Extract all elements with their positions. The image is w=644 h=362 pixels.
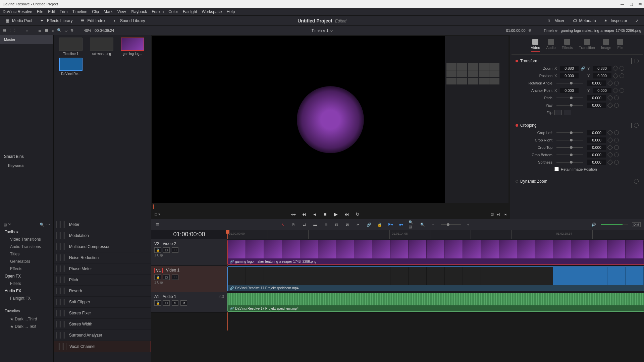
- viewer-canvas[interactable]: [152, 36, 508, 203]
- reset-icon[interactable]: [614, 160, 619, 165]
- crop-right-input[interactable]: [587, 137, 606, 143]
- crop-bottom-slider[interactable]: [556, 155, 583, 155]
- tab-file[interactable]: File: [617, 39, 623, 52]
- search-icon[interactable]: 🔍: [57, 28, 62, 33]
- keyframe-icon[interactable]: [631, 123, 632, 128]
- flag-icon[interactable]: ⚑▾: [387, 221, 394, 228]
- fx-fav-item[interactable]: ★ Dark ... Text: [2, 323, 51, 330]
- inspector-button[interactable]: ✶Inspector: [601, 17, 630, 24]
- stop-button[interactable]: ■: [322, 211, 328, 217]
- mute-button[interactable]: M: [180, 300, 187, 306]
- menu-file[interactable]: File: [37, 9, 43, 14]
- keyframe-icon[interactable]: [607, 103, 613, 108]
- minimize-icon[interactable]: —: [621, 2, 624, 6]
- clip-thumb[interactable]: DaVinci Re...: [56, 58, 85, 76]
- fx-view-icon[interactable]: ▤: [3, 223, 7, 227]
- track-lane-v1[interactable]: 🔗DaVinci Resolve 17 Projekt speichern.mp…: [227, 266, 644, 292]
- lock-icon[interactable]: 🔒: [376, 221, 383, 228]
- reset-icon[interactable]: [614, 81, 619, 85]
- keyframe-icon[interactable]: [613, 66, 619, 71]
- viewer-scrubber[interactable]: [152, 204, 508, 209]
- menu-timeline[interactable]: Timeline: [72, 9, 87, 14]
- trim-tool-icon[interactable]: ⎘: [290, 221, 297, 228]
- fx-fav-item[interactable]: ★ Dark ...Third: [2, 315, 51, 323]
- tab-audio[interactable]: Audio: [546, 39, 555, 52]
- reset-icon[interactable]: [634, 179, 639, 184]
- volume-slider[interactable]: [601, 224, 628, 225]
- clip-v1[interactable]: 🔗DaVinci Resolve 17 Projekt speichern.mp…: [227, 266, 644, 291]
- menu-davinci[interactable]: DaVinci Resolve: [3, 9, 32, 14]
- fx-tree-item[interactable]: Fairlight FX: [2, 295, 51, 302]
- fx-tree-item[interactable]: Audio Transitions: [2, 243, 51, 250]
- bin-view-icon[interactable]: ▤: [3, 28, 6, 33]
- menu-clip[interactable]: Clip: [92, 9, 99, 14]
- pitch-slider[interactable]: [556, 98, 583, 98]
- track-head-a1[interactable]: A1Audio 12.0 🔒▢SM: [151, 292, 227, 312]
- track-head-v2[interactable]: V2Video 2 🔒▢☐ 1 Clip: [151, 239, 227, 265]
- clip-thumb[interactable]: gaming-log...: [118, 38, 147, 56]
- fx-tree-openfx[interactable]: Open FX: [2, 273, 51, 280]
- timeline-view-icon[interactable]: ☰: [154, 221, 161, 228]
- tab-image[interactable]: Image: [601, 39, 611, 52]
- menu-view[interactable]: View: [117, 9, 126, 14]
- reset-icon[interactable]: [634, 123, 639, 128]
- prev-edit-icon[interactable]: ◂•▸: [291, 212, 296, 217]
- speaker-icon[interactable]: 🔊: [590, 221, 597, 228]
- fx-item[interactable]: Stereo Fixer: [54, 308, 151, 319]
- keyframe-icon[interactable]: [607, 137, 613, 143]
- keyframe-icon[interactable]: [613, 88, 619, 94]
- zoom-search-icon[interactable]: 🔍▤: [409, 221, 415, 228]
- retain-position-checkbox[interactable]: [554, 167, 559, 171]
- reset-icon[interactable]: [620, 88, 624, 93]
- disable-icon[interactable]: ☐: [172, 247, 178, 253]
- crop-top-input[interactable]: [587, 145, 606, 150]
- selection-tool-icon[interactable]: ↖: [280, 221, 286, 228]
- zoom-x-input[interactable]: [560, 66, 579, 71]
- metadata-button[interactable]: 🏷Metadata: [570, 17, 599, 24]
- keyframe-icon[interactable]: [607, 145, 613, 150]
- keyframe-icon[interactable]: [607, 152, 613, 158]
- keyframe-icon[interactable]: [607, 80, 613, 86]
- menu-help[interactable]: Help: [226, 9, 235, 14]
- chevron-down-icon[interactable]: [8, 222, 11, 225]
- auto-select-icon[interactable]: ▢: [163, 300, 170, 306]
- sound-library-button[interactable]: ♪Sound Library: [111, 17, 148, 24]
- pos-y-input[interactable]: [593, 73, 611, 78]
- media-pool-button[interactable]: ▦Media Pool: [3, 17, 35, 24]
- timeline-ruler[interactable]: 01:00:00:00 01:00:00:00 01:01:14:08 01:0…: [151, 230, 644, 239]
- flip-h-button[interactable]: [554, 110, 562, 115]
- smart-bins-header[interactable]: Smart Bins: [0, 152, 53, 162]
- razor-icon[interactable]: ✂: [355, 221, 362, 228]
- menu-color[interactable]: Color: [168, 9, 178, 14]
- lock-icon[interactable]: 🔒: [154, 275, 161, 280]
- list-view-icon[interactable]: ☰: [38, 28, 42, 33]
- pos-x-input[interactable]: [560, 73, 579, 78]
- reset-icon[interactable]: [634, 59, 639, 63]
- zoom-out-icon[interactable]: −: [430, 221, 437, 228]
- chevron-down-icon[interactable]: [330, 29, 333, 32]
- track-lane-a1[interactable]: 🔗DaVinci Resolve 17 Projekt speichern.mp…: [227, 292, 644, 312]
- anchor-x-input[interactable]: [560, 88, 579, 93]
- fx-item[interactable]: Multiband Compressor: [54, 241, 151, 252]
- dim-button[interactable]: DIM: [632, 222, 641, 227]
- track-lane-v2[interactable]: 🔗gaming-logo-maker-featuring-a-reaper-17…: [227, 239, 644, 265]
- expand-button[interactable]: ⤢: [633, 17, 641, 24]
- sync-icon[interactable]: ⊕: [528, 28, 531, 33]
- transform-header[interactable]: Transform: [516, 57, 639, 65]
- fx-item[interactable]: Modulation: [54, 230, 151, 241]
- transform-mode-icon[interactable]: ◻ ▾: [154, 212, 160, 217]
- maximize-icon[interactable]: ▢: [630, 2, 633, 6]
- fx-item[interactable]: Meter: [54, 219, 151, 230]
- fx-tree-item[interactable]: Filters: [2, 280, 51, 287]
- reset-icon[interactable]: [614, 153, 619, 157]
- smart-bins-keywords[interactable]: Keywords: [0, 162, 53, 170]
- keyframe-icon[interactable]: [613, 73, 619, 79]
- lock-icon[interactable]: 🔒: [154, 247, 161, 253]
- cropping-header[interactable]: Cropping: [516, 122, 639, 129]
- keyframe-icon[interactable]: [607, 160, 613, 165]
- yaw-slider[interactable]: [556, 105, 583, 106]
- zoom-percent[interactable]: 40%: [84, 28, 91, 33]
- reset-icon[interactable]: [614, 103, 619, 108]
- timeline-name[interactable]: Timeline 1: [312, 28, 328, 33]
- enabled-dot-icon[interactable]: [516, 124, 518, 127]
